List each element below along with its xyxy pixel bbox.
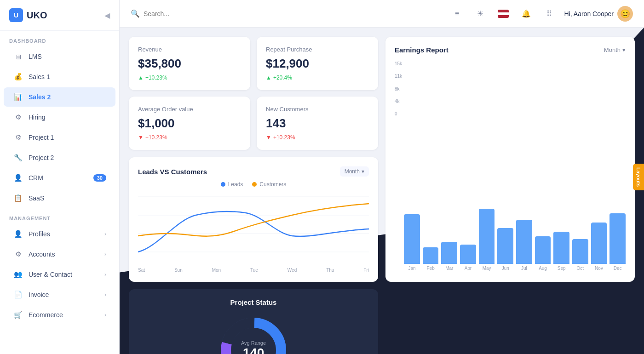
avg-order-change: ▼ +10.23%: [138, 134, 241, 141]
earnings-period-selector[interactable]: Month ▾: [604, 46, 626, 53]
bar: [553, 232, 569, 264]
sidebar-item-accounts[interactable]: ⚙ Accounts ›: [4, 245, 115, 264]
bar: [441, 242, 457, 264]
bar-chart-area: JanFebMarAprMayJunJulAugSepOctNovDec: [404, 61, 626, 273]
donut-center: Avg Range 140: [241, 340, 266, 354]
brand: U UKO: [9, 8, 47, 22]
bar-column: Jun: [497, 228, 513, 271]
sun-icon[interactable]: ☀: [472, 6, 488, 22]
repeat-purchase-value: $12,900: [266, 57, 369, 71]
logo-icon: U: [9, 8, 23, 22]
sidebar-item-label: User & Contact: [29, 271, 104, 278]
revenue-change: ▲ +10.23%: [138, 74, 241, 81]
sidebar-item-label: Invoice: [29, 291, 104, 298]
leads-legend: Leads Customers: [138, 181, 369, 188]
dashboard-content: Revenue $35,800 ▲ +10.23% Repeat Purchas…: [120, 28, 644, 354]
customers-legend-item: Customers: [252, 181, 286, 188]
invoice-icon: 📄: [13, 290, 23, 300]
new-customers-value: 143: [266, 116, 369, 131]
sidebar-item-invoice[interactable]: 📄 Invoice ›: [4, 285, 115, 304]
bar-column: Feb: [423, 247, 439, 271]
leads-header: Leads VS Customers Month ▾: [138, 166, 369, 177]
bar-month-label: Sep: [558, 266, 566, 271]
up-arrow-icon: ▲: [138, 74, 144, 81]
bar: [460, 245, 476, 264]
bar-month-label: Apr: [465, 266, 472, 271]
down-arrow-icon: ▼: [138, 134, 144, 141]
notification-icon[interactable]: 🔔: [518, 6, 534, 22]
user-contact-icon: 👥: [13, 269, 23, 280]
bar: [497, 228, 513, 264]
down-arrow-icon: ▼: [266, 134, 271, 141]
sidebar-item-ecommerce[interactable]: 🛒 Ecommerce ›: [4, 305, 115, 325]
chevron-down-icon: ▾: [622, 46, 626, 53]
chevron-icon: ›: [104, 251, 106, 257]
bar-month-label: May: [483, 266, 491, 271]
customers-dot: [252, 182, 257, 187]
bar: [591, 223, 607, 264]
chevron-icon: ›: [104, 291, 106, 298]
revenue-label: Revenue: [138, 46, 241, 53]
bar-month-label: Oct: [577, 266, 584, 271]
chevron-icon: ›: [104, 231, 106, 237]
earnings-title: Earnings Report: [395, 46, 448, 54]
user-profile[interactable]: Hi, Aaron Cooper 😊: [564, 6, 633, 22]
profiles-icon: 👤: [13, 229, 23, 239]
leads-period-selector[interactable]: Month ▾: [340, 166, 369, 177]
sidebar-item-profiles[interactable]: 👤 Profiles ›: [4, 224, 115, 244]
sidebar-item-lms[interactable]: 🖥 LMS: [4, 47, 115, 66]
sidebar-item-project1[interactable]: ⚙ Project 1: [4, 128, 115, 147]
search-input[interactable]: [144, 10, 236, 17]
sidebar-item-label: Project 2: [29, 154, 106, 161]
chevron-down-icon: ▾: [362, 168, 364, 175]
flag-icon[interactable]: [495, 6, 511, 22]
search-icon: 🔍: [131, 9, 140, 18]
project1-icon: ⚙: [13, 132, 23, 143]
bar: [423, 247, 439, 264]
sidebar-item-project2[interactable]: 🔧 Project 2: [4, 148, 115, 167]
bar-month-label: Jun: [502, 266, 509, 271]
apps-icon[interactable]: ⠿: [541, 6, 557, 22]
sales2-icon: 📊: [13, 92, 23, 102]
repeat-purchase-change: ▲ +20.4%: [266, 74, 369, 81]
sidebar-item-sales2[interactable]: 📊 Sales 2: [4, 87, 115, 107]
bar-column: Mar: [441, 242, 457, 271]
bar: [479, 209, 495, 264]
sidebar-item-label: Profiles: [29, 230, 104, 238]
sidebar-item-saas[interactable]: 📋 SaaS: [4, 188, 115, 208]
collapse-button[interactable]: ◀: [104, 11, 110, 20]
leads-title: Leads VS Customers: [138, 168, 207, 176]
leads-legend-item: Leads: [221, 181, 243, 188]
sidebar-item-sales1[interactable]: 💰 Sales 1: [4, 67, 115, 86]
leads-dot: [221, 182, 225, 187]
crm-badge: 30: [93, 174, 106, 182]
y-axis-labels: 15k 11k 8k 4k 0: [395, 61, 402, 116]
bar-month-label: Aug: [539, 266, 547, 271]
project-status-card: Project Status: [129, 289, 378, 354]
bar-column: May: [479, 209, 495, 271]
earnings-header: Earnings Report Month ▾: [395, 46, 626, 54]
dashboard-section-label: DASHBOARD: [0, 31, 119, 46]
sidebar-item-label: Project 1: [29, 134, 106, 141]
menu-icon[interactable]: ≡: [449, 6, 465, 22]
revenue-value: $35,800: [138, 57, 241, 71]
sidebar-item-user-contact[interactable]: 👥 User & Contact ›: [4, 265, 115, 284]
leads-card: Leads VS Customers Month ▾ Leads Custome…: [129, 157, 378, 282]
layouts-tab[interactable]: Layouts: [633, 164, 644, 190]
x-axis-labels: Sat Sun Mon Tue Wed Thu Fri: [138, 268, 369, 273]
saas-icon: 📋: [13, 193, 23, 203]
avg-order-card: Average Order value $1,000 ▼ +10.23%: [129, 97, 250, 150]
sidebar-item-label: Sales 2: [29, 93, 106, 101]
main-content: 🔍 ≡ ☀ 🔔 ⠿ Hi, Aaron Cooper 😊: [120, 0, 644, 354]
project-status-title: Project Status: [230, 298, 277, 306]
crm-icon: 👤: [13, 173, 23, 183]
sidebar-item-crm[interactable]: 👤 CRM 30: [4, 168, 115, 188]
bar-column: Nov: [591, 223, 607, 271]
sidebar-item-label: CRM: [29, 174, 93, 182]
user-name: Hi, Aaron Cooper: [564, 10, 614, 17]
sidebar-item-label: Hiring: [29, 114, 106, 121]
bar: [610, 213, 626, 264]
sidebar-logo: U UKO ◀: [0, 0, 119, 31]
sidebar-item-hiring[interactable]: ⚙ Hiring: [4, 108, 115, 127]
new-customers-label: New Customers: [266, 106, 369, 113]
